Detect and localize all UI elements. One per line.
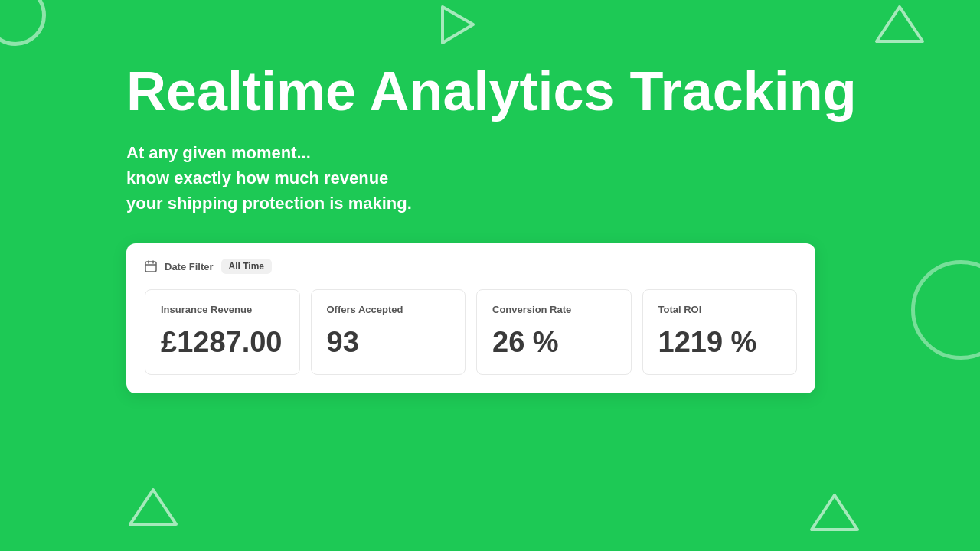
metric-value-insurance-revenue: £1287.00 bbox=[161, 326, 284, 359]
page-title: Realtime Analytics Tracking bbox=[126, 61, 861, 122]
metric-label-conversion-rate: Conversion Rate bbox=[492, 304, 616, 315]
decorative-triangle-bottom-right bbox=[808, 491, 861, 537]
metric-card-conversion-rate: Conversion Rate26 % bbox=[476, 289, 632, 375]
metric-value-conversion-rate: 26 % bbox=[492, 326, 616, 359]
subtitle-line2: know exactly how much revenue bbox=[126, 168, 388, 187]
metric-card-total-roi: Total ROI1219 % bbox=[642, 289, 798, 375]
date-filter-label: Date Filter bbox=[165, 261, 214, 272]
analytics-card: Date Filter All Time Insurance Revenue£1… bbox=[126, 243, 815, 393]
subtitle-line1: At any given moment... bbox=[126, 143, 311, 162]
svg-marker-2 bbox=[130, 490, 176, 524]
metric-value-total-roi: 1219 % bbox=[658, 326, 782, 359]
metric-value-offers-accepted: 93 bbox=[327, 326, 450, 359]
date-filter-value[interactable]: All Time bbox=[221, 259, 272, 274]
svg-marker-3 bbox=[812, 495, 858, 530]
page-content: Realtime Analytics Tracking At any given… bbox=[0, 0, 980, 393]
metric-card-insurance-revenue: Insurance Revenue£1287.00 bbox=[145, 289, 300, 375]
metric-card-offers-accepted: Offers Accepted93 bbox=[311, 289, 466, 375]
date-filter-bar: Date Filter All Time bbox=[145, 259, 797, 277]
page-subtitle: At any given moment... know exactly how … bbox=[126, 140, 586, 216]
decorative-triangle-bottom-left bbox=[126, 486, 180, 532]
metrics-row: Insurance Revenue£1287.00Offers Accepted… bbox=[145, 289, 797, 375]
metric-label-total-roi: Total ROI bbox=[658, 304, 782, 315]
calendar-icon bbox=[145, 260, 157, 272]
svg-rect-4 bbox=[145, 262, 156, 272]
subtitle-line3: your shipping protection is making. bbox=[126, 194, 412, 213]
metric-label-insurance-revenue: Insurance Revenue bbox=[161, 304, 284, 315]
metric-label-offers-accepted: Offers Accepted bbox=[327, 304, 450, 315]
